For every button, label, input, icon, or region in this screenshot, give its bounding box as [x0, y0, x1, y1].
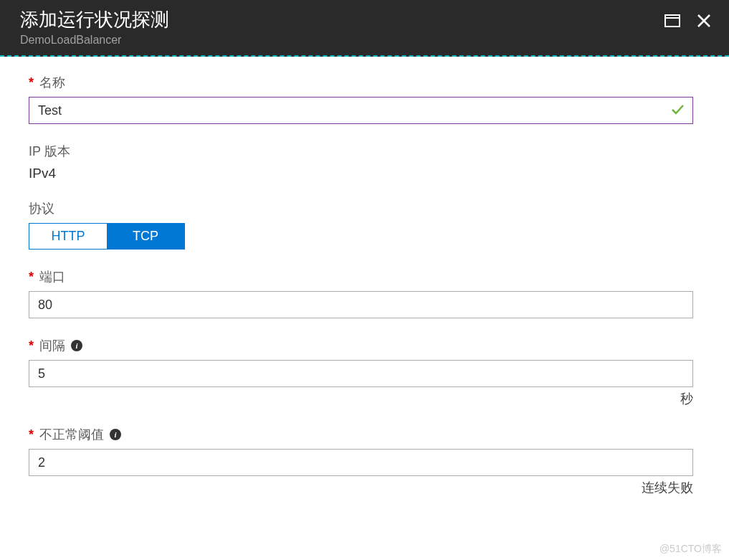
port-label-text: 端口	[39, 268, 65, 285]
watermark: @51CTO博客	[659, 543, 722, 556]
ip-version-label-text: IP 版本	[29, 143, 70, 160]
close-icon[interactable]	[696, 13, 712, 32]
threshold-input[interactable]	[29, 449, 693, 476]
blade-subtitle: DemoLoadBalancer	[20, 34, 169, 47]
port-label: * 端口	[29, 268, 693, 285]
protocol-option-tcp[interactable]: TCP	[107, 224, 184, 249]
port-input[interactable]	[29, 291, 693, 318]
required-indicator: *	[29, 270, 34, 285]
interval-field-group: * 间隔 i 秒	[29, 337, 693, 407]
ip-version-label: IP 版本	[29, 143, 693, 160]
blade-header: 添加运行状况探测 DemoLoadBalancer	[0, 0, 729, 57]
protocol-toggle: HTTP TCP	[29, 223, 185, 250]
threshold-field-group: * 不正常阈值 i 连续失败	[29, 426, 693, 496]
interval-suffix: 秒	[29, 390, 693, 407]
required-indicator: *	[29, 75, 34, 90]
protocol-field-group: 协议 HTTP TCP	[29, 200, 693, 250]
protocol-label: 协议	[29, 200, 693, 217]
name-field-group: * 名称	[29, 74, 693, 124]
interval-label: * 间隔 i	[29, 337, 693, 354]
threshold-label-text: 不正常阈值	[39, 426, 104, 443]
header-titles: 添加运行状况探测 DemoLoadBalancer	[20, 7, 169, 47]
window-controls	[664, 7, 715, 32]
ip-version-field-group: IP 版本 IPv4	[29, 143, 693, 181]
ip-version-value: IPv4	[29, 166, 693, 181]
maximize-icon[interactable]	[664, 14, 680, 30]
info-icon[interactable]: i	[110, 429, 121, 440]
threshold-suffix: 连续失败	[29, 479, 693, 496]
required-indicator: *	[29, 338, 34, 353]
blade-title: 添加运行状况探测	[20, 7, 169, 32]
protocol-label-text: 协议	[29, 200, 54, 217]
info-icon[interactable]: i	[71, 340, 82, 351]
interval-label-text: 间隔	[39, 337, 65, 354]
protocol-option-http[interactable]: HTTP	[29, 224, 107, 249]
name-input[interactable]	[29, 97, 693, 124]
name-input-wrapper	[29, 97, 693, 124]
interval-input[interactable]	[29, 360, 693, 387]
threshold-label: * 不正常阈值 i	[29, 426, 693, 443]
checkmark-icon	[670, 102, 685, 119]
svg-rect-0	[665, 15, 680, 27]
name-label: * 名称	[29, 74, 693, 91]
form-content: * 名称 IP 版本 IPv4 协议 HTTP TCP * 端口	[0, 57, 729, 529]
required-indicator: *	[29, 427, 34, 442]
name-label-text: 名称	[39, 74, 65, 91]
port-field-group: * 端口	[29, 268, 693, 318]
